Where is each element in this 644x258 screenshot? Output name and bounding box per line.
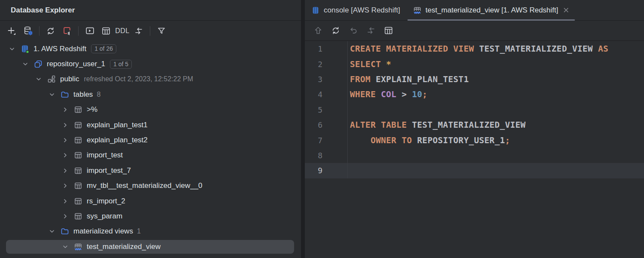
- code-line[interactable]: 2SELECT *: [305, 56, 644, 71]
- code-line[interactable]: 3FROM EXPLAIN_PLAN_TEST1: [305, 72, 644, 87]
- code-line-text[interactable]: CREATE MATERIALIZED VIEW TEST_MATERIALIZ…: [348, 41, 608, 56]
- submit-button[interactable]: [309, 23, 327, 38]
- table-icon: [73, 211, 83, 221]
- tree-item-1-aws-redshift[interactable]: 1. AWS Redshift1 of 26: [0, 41, 301, 56]
- chevron-right-icon[interactable]: [60, 135, 70, 145]
- filter-button[interactable]: [153, 24, 170, 38]
- panel-splitter[interactable]: [301, 0, 305, 258]
- tree-item-repository-user-1[interactable]: repository_user_11 of 5: [0, 56, 301, 71]
- line-number: 1: [305, 41, 348, 56]
- tree-item-import-test[interactable]: import_test: [0, 148, 301, 163]
- code-line[interactable]: 9: [305, 163, 644, 178]
- code-line-text[interactable]: SELECT *: [348, 56, 391, 71]
- toolbar-divider: [78, 26, 79, 36]
- code-line-text[interactable]: WHERE COL > 10;: [348, 87, 428, 102]
- sql-token: ;: [422, 89, 428, 99]
- chevron-down-icon[interactable]: [47, 89, 57, 100]
- chevron-down-icon[interactable]: [7, 44, 17, 54]
- sql-token: AS: [593, 44, 608, 54]
- tree-item-label: repository_user_1: [47, 60, 105, 68]
- mview-icon: [73, 242, 83, 252]
- compare-button[interactable]: [131, 24, 147, 38]
- chevron-right-icon[interactable]: [60, 150, 70, 160]
- chevron-right-icon[interactable]: [60, 120, 70, 130]
- chevron-right-icon[interactable]: [60, 181, 70, 191]
- chevron-down-icon[interactable]: [47, 226, 57, 236]
- table-view-icon: [384, 26, 393, 35]
- code-line[interactable]: 4WHERE COL > 10;: [305, 87, 644, 102]
- table-view-button[interactable]: [380, 23, 397, 38]
- editor-panel: console [AWS Redshift]test_materialized_…: [305, 0, 644, 258]
- table-view-button[interactable]: [98, 24, 114, 38]
- chevron-right-icon[interactable]: [60, 166, 70, 176]
- code-line-text[interactable]: [348, 148, 350, 163]
- tab-test-materialized-view-1-aws-redshift[interactable]: test_materialized_view [1. AWS Redshift]: [407, 0, 576, 20]
- jump-to-console-icon: [85, 26, 95, 36]
- table-icon: [73, 104, 83, 115]
- mview-icon: [413, 6, 422, 15]
- submit-icon: [313, 26, 323, 35]
- tree-item-item[interactable]: >%: [0, 102, 301, 117]
- refresh-icon: [46, 26, 55, 36]
- refresh-button[interactable]: [327, 23, 344, 38]
- line-number: 4: [305, 87, 348, 102]
- code-line-text[interactable]: FROM EXPLAIN_PLAN_TEST1: [348, 72, 469, 87]
- tree-item-import-test-7[interactable]: import_test_7: [0, 163, 301, 178]
- tree-item-mv-tbl-test-materialized-view-0[interactable]: mv_tbl__test_materialized_view__0: [0, 178, 301, 194]
- tree-item-count: 1: [137, 227, 141, 235]
- undo-button[interactable]: [344, 23, 362, 38]
- tree-item-sys-param[interactable]: sys_param: [0, 209, 301, 224]
- folder-icon: [60, 226, 70, 236]
- chevron-right-icon[interactable]: [60, 196, 70, 206]
- line-number: 3: [305, 72, 348, 87]
- tree-item-label: rs_import_2: [87, 197, 125, 206]
- tree-item-badge: 1 of 26: [91, 44, 116, 53]
- code-line-text[interactable]: ALTER TABLE TEST_MATERIALIZED_VIEW: [348, 117, 526, 132]
- code-line[interactable]: 6ALTER TABLE TEST_MATERIALIZED_VIEW: [305, 117, 644, 132]
- chevron-right-icon[interactable]: [60, 211, 70, 221]
- code-line[interactable]: 7 OWNER TO REPOSITORY_USER_1;: [305, 132, 644, 147]
- jump-to-console-button[interactable]: [82, 24, 98, 38]
- line-number: 9: [305, 163, 348, 178]
- sql-token: FROM: [350, 74, 376, 84]
- sql-token: >: [396, 89, 412, 99]
- chevron-right-icon[interactable]: [60, 104, 70, 115]
- code-line[interactable]: 5: [305, 102, 644, 117]
- sql-token: [350, 135, 371, 145]
- code-line[interactable]: 8: [305, 148, 644, 163]
- data-source-settings-button[interactable]: [20, 24, 36, 38]
- chevron-down-icon[interactable]: [20, 59, 30, 69]
- code-line-text[interactable]: [348, 163, 350, 178]
- table-icon: [73, 181, 83, 191]
- sql-editor[interactable]: 1CREATE MATERIALIZED VIEW TEST_MATERIALI…: [305, 41, 644, 258]
- tree-item-materialized-views[interactable]: materialized views1: [0, 224, 301, 239]
- line-number: 2: [305, 56, 348, 71]
- code-line-text[interactable]: [348, 102, 350, 117]
- sql-token: TEST_MATERIALIZED_VIEW: [479, 44, 593, 54]
- folder-icon: [60, 89, 70, 100]
- tree-item-test-materialized-view[interactable]: test_materialized_view: [0, 239, 301, 254]
- tree-item-tables[interactable]: tables8: [0, 87, 301, 102]
- tree-item-explain-plan-test2[interactable]: explain_plan_test2: [0, 132, 301, 147]
- refresh-button[interactable]: [43, 24, 59, 38]
- toolbar-divider: [150, 26, 150, 36]
- ddl-button[interactable]: DDL: [114, 24, 131, 38]
- code-line[interactable]: 1CREATE MATERIALIZED VIEW TEST_MATERIALI…: [305, 41, 644, 56]
- tab-console-aws-redshift[interactable]: console [AWS Redshift]: [305, 0, 407, 20]
- tree-item-label: >%: [87, 105, 97, 114]
- disconnect-icon: [62, 26, 72, 36]
- disconnect-button[interactable]: [59, 24, 75, 38]
- compare-button[interactable]: [362, 23, 380, 38]
- tree-item-rs-import-2[interactable]: rs_import_2: [0, 194, 301, 209]
- add-button[interactable]: [3, 24, 20, 38]
- chevron-down-icon[interactable]: [60, 242, 70, 252]
- ddl-label: DDL: [115, 27, 130, 35]
- line-number: 5: [305, 102, 348, 117]
- tree-item-label: explain_plan_test1: [87, 121, 148, 129]
- close-icon[interactable]: [563, 7, 569, 13]
- tree-item-explain-plan-test1[interactable]: explain_plan_test1: [0, 117, 301, 132]
- code-line-text[interactable]: OWNER TO REPOSITORY_USER_1;: [348, 132, 510, 147]
- chevron-down-icon[interactable]: [33, 74, 44, 84]
- table-icon: [73, 135, 83, 145]
- tree-item-public[interactable]: publicrefreshed Oct 2, 2023, 12:52:22 PM: [0, 72, 301, 87]
